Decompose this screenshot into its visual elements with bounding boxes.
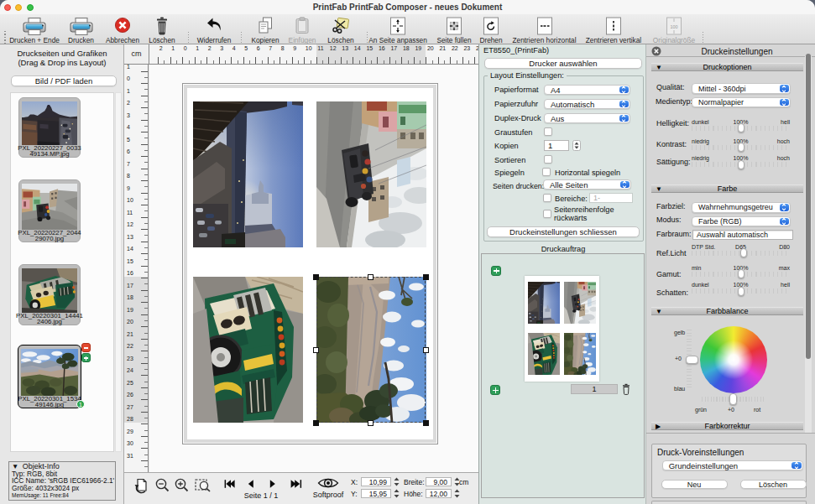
svg-text:100: 100 xyxy=(670,24,677,29)
